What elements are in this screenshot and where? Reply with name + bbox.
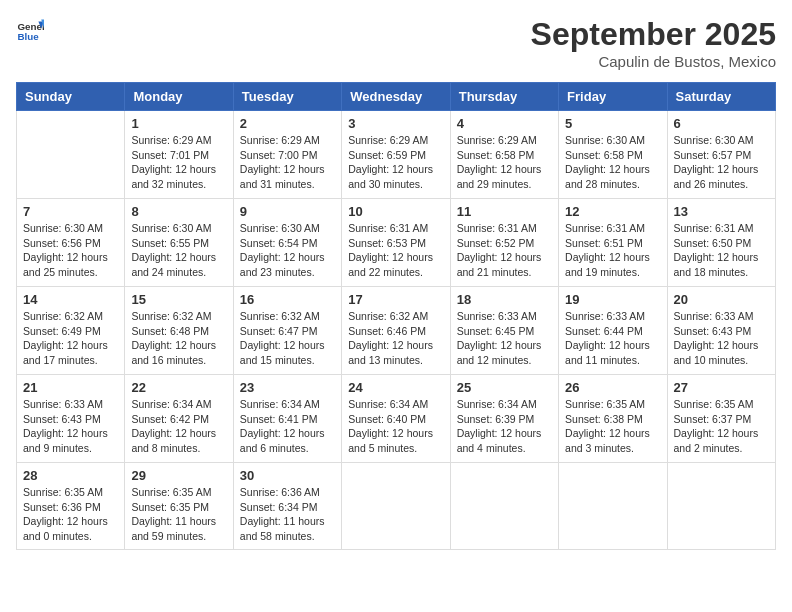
- day-number: 16: [240, 292, 335, 307]
- calendar-cell: 16Sunrise: 6:32 AM Sunset: 6:47 PM Dayli…: [233, 287, 341, 375]
- calendar-cell: 9Sunrise: 6:30 AM Sunset: 6:54 PM Daylig…: [233, 199, 341, 287]
- calendar-cell: 2Sunrise: 6:29 AM Sunset: 7:00 PM Daylig…: [233, 111, 341, 199]
- calendar-cell: 17Sunrise: 6:32 AM Sunset: 6:46 PM Dayli…: [342, 287, 450, 375]
- calendar-cell: 26Sunrise: 6:35 AM Sunset: 6:38 PM Dayli…: [559, 375, 667, 463]
- day-number: 8: [131, 204, 226, 219]
- day-info: Sunrise: 6:34 AM Sunset: 6:42 PM Dayligh…: [131, 397, 226, 456]
- calendar-cell: 22Sunrise: 6:34 AM Sunset: 6:42 PM Dayli…: [125, 375, 233, 463]
- day-number: 25: [457, 380, 552, 395]
- calendar-week-row: 14Sunrise: 6:32 AM Sunset: 6:49 PM Dayli…: [17, 287, 776, 375]
- day-info: Sunrise: 6:31 AM Sunset: 6:51 PM Dayligh…: [565, 221, 660, 280]
- day-info: Sunrise: 6:31 AM Sunset: 6:53 PM Dayligh…: [348, 221, 443, 280]
- day-info: Sunrise: 6:33 AM Sunset: 6:44 PM Dayligh…: [565, 309, 660, 368]
- calendar-cell: 19Sunrise: 6:33 AM Sunset: 6:44 PM Dayli…: [559, 287, 667, 375]
- day-info: Sunrise: 6:30 AM Sunset: 6:57 PM Dayligh…: [674, 133, 769, 192]
- day-number: 22: [131, 380, 226, 395]
- day-number: 10: [348, 204, 443, 219]
- day-number: 13: [674, 204, 769, 219]
- day-info: Sunrise: 6:30 AM Sunset: 6:54 PM Dayligh…: [240, 221, 335, 280]
- day-number: 11: [457, 204, 552, 219]
- day-number: 6: [674, 116, 769, 131]
- calendar-cell: [17, 111, 125, 199]
- day-info: Sunrise: 6:35 AM Sunset: 6:36 PM Dayligh…: [23, 485, 118, 544]
- calendar-cell: [342, 463, 450, 550]
- calendar-cell: 18Sunrise: 6:33 AM Sunset: 6:45 PM Dayli…: [450, 287, 558, 375]
- day-info: Sunrise: 6:29 AM Sunset: 7:00 PM Dayligh…: [240, 133, 335, 192]
- page-title: September 2025: [531, 16, 776, 53]
- calendar-cell: [667, 463, 775, 550]
- calendar-cell: 30Sunrise: 6:36 AM Sunset: 6:34 PM Dayli…: [233, 463, 341, 550]
- day-info: Sunrise: 6:29 AM Sunset: 6:58 PM Dayligh…: [457, 133, 552, 192]
- calendar-cell: 14Sunrise: 6:32 AM Sunset: 6:49 PM Dayli…: [17, 287, 125, 375]
- day-info: Sunrise: 6:30 AM Sunset: 6:56 PM Dayligh…: [23, 221, 118, 280]
- day-number: 17: [348, 292, 443, 307]
- day-info: Sunrise: 6:35 AM Sunset: 6:35 PM Dayligh…: [131, 485, 226, 544]
- day-number: 1: [131, 116, 226, 131]
- day-number: 20: [674, 292, 769, 307]
- day-info: Sunrise: 6:32 AM Sunset: 6:46 PM Dayligh…: [348, 309, 443, 368]
- day-number: 30: [240, 468, 335, 483]
- calendar-cell: 10Sunrise: 6:31 AM Sunset: 6:53 PM Dayli…: [342, 199, 450, 287]
- calendar-cell: 29Sunrise: 6:35 AM Sunset: 6:35 PM Dayli…: [125, 463, 233, 550]
- calendar-cell: 27Sunrise: 6:35 AM Sunset: 6:37 PM Dayli…: [667, 375, 775, 463]
- calendar-cell: 3Sunrise: 6:29 AM Sunset: 6:59 PM Daylig…: [342, 111, 450, 199]
- day-info: Sunrise: 6:36 AM Sunset: 6:34 PM Dayligh…: [240, 485, 335, 544]
- day-info: Sunrise: 6:33 AM Sunset: 6:43 PM Dayligh…: [23, 397, 118, 456]
- calendar-cell: 15Sunrise: 6:32 AM Sunset: 6:48 PM Dayli…: [125, 287, 233, 375]
- calendar-cell: 25Sunrise: 6:34 AM Sunset: 6:39 PM Dayli…: [450, 375, 558, 463]
- day-number: 7: [23, 204, 118, 219]
- calendar-cell: 1Sunrise: 6:29 AM Sunset: 7:01 PM Daylig…: [125, 111, 233, 199]
- col-friday: Friday: [559, 83, 667, 111]
- day-info: Sunrise: 6:31 AM Sunset: 6:50 PM Dayligh…: [674, 221, 769, 280]
- day-number: 21: [23, 380, 118, 395]
- col-monday: Monday: [125, 83, 233, 111]
- svg-text:Blue: Blue: [17, 31, 39, 42]
- day-info: Sunrise: 6:33 AM Sunset: 6:45 PM Dayligh…: [457, 309, 552, 368]
- calendar-cell: 12Sunrise: 6:31 AM Sunset: 6:51 PM Dayli…: [559, 199, 667, 287]
- day-info: Sunrise: 6:32 AM Sunset: 6:48 PM Dayligh…: [131, 309, 226, 368]
- day-info: Sunrise: 6:29 AM Sunset: 7:01 PM Dayligh…: [131, 133, 226, 192]
- logo: General Blue: [16, 16, 44, 44]
- calendar-cell: 6Sunrise: 6:30 AM Sunset: 6:57 PM Daylig…: [667, 111, 775, 199]
- calendar-week-row: 28Sunrise: 6:35 AM Sunset: 6:36 PM Dayli…: [17, 463, 776, 550]
- col-saturday: Saturday: [667, 83, 775, 111]
- calendar-week-row: 21Sunrise: 6:33 AM Sunset: 6:43 PM Dayli…: [17, 375, 776, 463]
- day-info: Sunrise: 6:35 AM Sunset: 6:38 PM Dayligh…: [565, 397, 660, 456]
- col-tuesday: Tuesday: [233, 83, 341, 111]
- logo-icon: General Blue: [16, 16, 44, 44]
- calendar-table: Sunday Monday Tuesday Wednesday Thursday…: [16, 82, 776, 550]
- day-number: 29: [131, 468, 226, 483]
- calendar-week-row: 1Sunrise: 6:29 AM Sunset: 7:01 PM Daylig…: [17, 111, 776, 199]
- calendar-week-row: 7Sunrise: 6:30 AM Sunset: 6:56 PM Daylig…: [17, 199, 776, 287]
- day-number: 18: [457, 292, 552, 307]
- day-number: 15: [131, 292, 226, 307]
- day-number: 5: [565, 116, 660, 131]
- header: General Blue September 2025 Capulin de B…: [16, 16, 776, 70]
- day-info: Sunrise: 6:33 AM Sunset: 6:43 PM Dayligh…: [674, 309, 769, 368]
- day-number: 24: [348, 380, 443, 395]
- col-sunday: Sunday: [17, 83, 125, 111]
- calendar-cell: 13Sunrise: 6:31 AM Sunset: 6:50 PM Dayli…: [667, 199, 775, 287]
- day-number: 19: [565, 292, 660, 307]
- day-info: Sunrise: 6:32 AM Sunset: 6:49 PM Dayligh…: [23, 309, 118, 368]
- calendar-cell: 24Sunrise: 6:34 AM Sunset: 6:40 PM Dayli…: [342, 375, 450, 463]
- day-number: 3: [348, 116, 443, 131]
- day-number: 27: [674, 380, 769, 395]
- col-wednesday: Wednesday: [342, 83, 450, 111]
- calendar-cell: 23Sunrise: 6:34 AM Sunset: 6:41 PM Dayli…: [233, 375, 341, 463]
- day-number: 14: [23, 292, 118, 307]
- day-info: Sunrise: 6:30 AM Sunset: 6:58 PM Dayligh…: [565, 133, 660, 192]
- day-number: 26: [565, 380, 660, 395]
- day-info: Sunrise: 6:35 AM Sunset: 6:37 PM Dayligh…: [674, 397, 769, 456]
- page-subtitle: Capulin de Bustos, Mexico: [531, 53, 776, 70]
- calendar-cell: 11Sunrise: 6:31 AM Sunset: 6:52 PM Dayli…: [450, 199, 558, 287]
- calendar-cell: [559, 463, 667, 550]
- day-info: Sunrise: 6:34 AM Sunset: 6:39 PM Dayligh…: [457, 397, 552, 456]
- calendar-cell: 20Sunrise: 6:33 AM Sunset: 6:43 PM Dayli…: [667, 287, 775, 375]
- day-info: Sunrise: 6:34 AM Sunset: 6:40 PM Dayligh…: [348, 397, 443, 456]
- calendar-cell: 5Sunrise: 6:30 AM Sunset: 6:58 PM Daylig…: [559, 111, 667, 199]
- day-number: 23: [240, 380, 335, 395]
- calendar-cell: 21Sunrise: 6:33 AM Sunset: 6:43 PM Dayli…: [17, 375, 125, 463]
- calendar-header-row: Sunday Monday Tuesday Wednesday Thursday…: [17, 83, 776, 111]
- day-info: Sunrise: 6:32 AM Sunset: 6:47 PM Dayligh…: [240, 309, 335, 368]
